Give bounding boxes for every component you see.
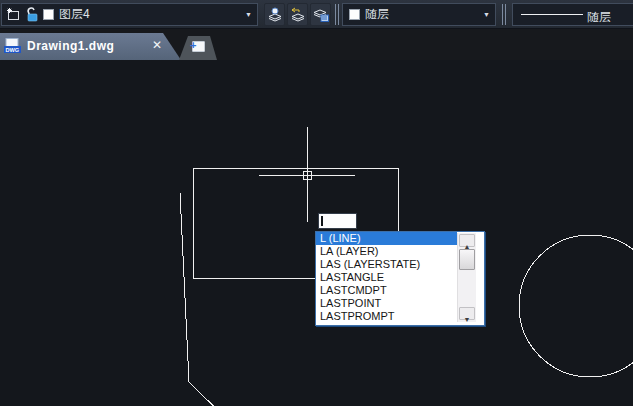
unlock-icon[interactable] bbox=[25, 7, 39, 22]
color-dropdown[interactable]: 随层 ▼ bbox=[342, 3, 496, 26]
command-autocomplete-popup: L (LINE) LA (LAYER) LAS (LAYERSTATE) LAS… bbox=[315, 231, 485, 326]
close-icon[interactable]: ✕ bbox=[152, 38, 162, 52]
svg-text:DWG: DWG bbox=[6, 47, 20, 53]
current-color-swatch bbox=[349, 9, 360, 20]
scroll-up-button[interactable]: ▲ bbox=[459, 234, 475, 247]
scroll-down-icon: ▼ bbox=[464, 314, 471, 325]
linetype-dropdown[interactable]: 随层 bbox=[512, 3, 633, 26]
layer-color-swatch bbox=[43, 9, 54, 20]
layer-stack-arrow-icon bbox=[289, 6, 307, 24]
layers-toolbar: 图层4 ▼ bbox=[0, 0, 633, 29]
chevron-down-icon[interactable]: ▼ bbox=[245, 11, 252, 18]
cad-window: 图层4 ▼ bbox=[0, 0, 633, 406]
linetype-sample-line bbox=[521, 14, 583, 15]
text-caret bbox=[321, 216, 323, 226]
plus-icon: + bbox=[190, 40, 196, 51]
tab-drawing1[interactable]: DWG Drawing1.dwg ✕ bbox=[0, 33, 182, 60]
linetype-bylayer-label: 随层 bbox=[587, 7, 611, 28]
new-drawing-tab-button[interactable]: + bbox=[179, 36, 217, 60]
new-page-icon: + bbox=[192, 41, 205, 52]
dwg-file-icon: DWG bbox=[4, 38, 23, 55]
autocomplete-item[interactable]: LASTPOINT bbox=[316, 297, 457, 310]
autocomplete-item[interactable]: LAS (LAYERSTATE) bbox=[316, 258, 457, 271]
layer-dropdown[interactable]: 图层4 ▼ bbox=[1, 3, 258, 26]
color-bylayer-label: 随层 bbox=[365, 4, 389, 25]
layer-properties-button[interactable] bbox=[310, 3, 331, 26]
tab-title: Drawing1.dwg bbox=[27, 39, 114, 53]
autocomplete-item[interactable]: LASTPROMPT bbox=[316, 310, 457, 323]
layer-previous-button[interactable] bbox=[287, 3, 308, 26]
make-object-layer-current-button[interactable] bbox=[264, 3, 285, 26]
layer-stack-ball-icon bbox=[266, 6, 284, 24]
model-space: L (LINE) LA (LAYER) LAS (LAYERSTATE) LAS… bbox=[0, 60, 633, 406]
autocomplete-item[interactable]: LASTCMDPT bbox=[316, 284, 457, 297]
scrollbar[interactable]: ▲ ▼ bbox=[457, 233, 476, 322]
autocomplete-item[interactable]: L (LINE) bbox=[316, 232, 457, 245]
file-tab-bar: DWG Drawing1.dwg ✕ + bbox=[0, 29, 633, 60]
autocomplete-item[interactable]: LASTANGLE bbox=[316, 271, 457, 284]
toolbar-separator bbox=[502, 4, 506, 25]
toolbar-separator bbox=[335, 4, 339, 25]
scrollbar-thumb[interactable] bbox=[459, 249, 475, 270]
viewport-freeze-icon[interactable] bbox=[6, 7, 21, 22]
layer-stack-dialog-icon bbox=[312, 6, 330, 24]
command-input[interactable] bbox=[318, 213, 357, 229]
chevron-down-icon[interactable]: ▼ bbox=[483, 11, 490, 18]
scroll-down-button[interactable]: ▼ bbox=[459, 307, 475, 320]
autocomplete-item[interactable]: LA (LAYER) bbox=[316, 245, 457, 258]
layer-name-label: 图层4 bbox=[59, 4, 90, 25]
